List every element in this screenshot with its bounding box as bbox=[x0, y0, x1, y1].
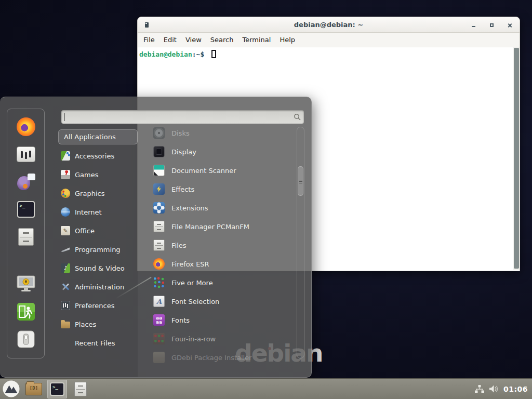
app-item-display[interactable]: Display bbox=[138, 142, 294, 161]
app-item-font-selection[interactable]: Font Selection bbox=[138, 292, 294, 311]
category-games[interactable]: Games bbox=[58, 165, 138, 184]
app-item-files[interactable]: Files bbox=[138, 236, 294, 255]
shut-down-button[interactable] bbox=[15, 329, 37, 350]
graphics-icon bbox=[61, 189, 70, 198]
category-places[interactable]: Places bbox=[58, 315, 138, 334]
menu-help[interactable]: Help bbox=[280, 36, 295, 44]
category-all-applications[interactable]: All Applications bbox=[58, 129, 138, 144]
app-label: Files bbox=[171, 242, 187, 249]
internet-icon bbox=[61, 207, 70, 217]
category-label: Graphics bbox=[75, 190, 104, 197]
file-manager-icon bbox=[18, 228, 34, 246]
app-label: Firefox ESR bbox=[171, 260, 209, 268]
app-item-four-in-a-row[interactable]: Four-in-a-row bbox=[138, 329, 294, 348]
log-out-button[interactable] bbox=[15, 301, 37, 322]
minimize-icon[interactable] bbox=[471, 23, 476, 28]
menu-edit[interactable]: Edit bbox=[164, 36, 177, 44]
search-icon bbox=[294, 113, 301, 121]
accessories-icon bbox=[61, 151, 70, 161]
app-label: Four-in-a-row bbox=[171, 335, 216, 343]
category-sound-video[interactable]: Sound & Video bbox=[58, 259, 138, 277]
lock-screen-button[interactable] bbox=[15, 274, 37, 295]
terminal-titlebar[interactable]: debian@debian: ~ bbox=[138, 17, 520, 33]
taskbar-terminal-button[interactable] bbox=[47, 380, 67, 398]
menu-terminal[interactable]: Terminal bbox=[242, 36, 271, 44]
menu-scrollbar-thumb[interactable] bbox=[298, 166, 303, 196]
category-label: All Applications bbox=[64, 133, 116, 141]
menu-search[interactable]: Search bbox=[210, 36, 234, 44]
category-label: Places bbox=[75, 321, 96, 328]
firefox-icon bbox=[17, 117, 35, 136]
menu-file[interactable]: File bbox=[143, 36, 155, 44]
category-accessories[interactable]: Accessories bbox=[58, 147, 138, 165]
category-preferences[interactable]: Preferences bbox=[58, 296, 138, 315]
gdebi-icon bbox=[153, 352, 165, 363]
favorite-firefox-button[interactable] bbox=[15, 116, 37, 137]
app-item-extensions[interactable]: Extensions bbox=[138, 198, 294, 217]
favorite-pidgin-button[interactable] bbox=[15, 171, 37, 192]
terminal-scrollbar-thumb[interactable] bbox=[514, 48, 519, 269]
app-item-disks[interactable]: Disks bbox=[138, 124, 294, 142]
close-icon[interactable] bbox=[508, 23, 512, 28]
disks-icon bbox=[153, 127, 165, 139]
category-recent-files[interactable]: Recent Files bbox=[58, 334, 138, 352]
preferences-icon bbox=[61, 301, 70, 310]
taskbar-file-manager-button[interactable] bbox=[71, 380, 90, 398]
application-list: Disks Display Document Scanner Effects E… bbox=[138, 124, 294, 366]
favorite-preferences-button[interactable] bbox=[15, 144, 37, 165]
display-icon bbox=[153, 146, 165, 157]
category-label: Recent Files bbox=[75, 339, 115, 347]
app-item-five-or-more[interactable]: Five or More bbox=[138, 273, 294, 292]
maximize-icon[interactable] bbox=[489, 23, 494, 28]
favorite-terminal-button[interactable] bbox=[15, 199, 37, 220]
menu-view[interactable]: View bbox=[185, 36, 202, 44]
clock[interactable]: 01:06 bbox=[503, 385, 528, 393]
font-selection-icon bbox=[153, 296, 165, 307]
window-icon bbox=[145, 22, 149, 28]
app-item-file-manager-pcmanfm[interactable]: File Manager PCManFM bbox=[138, 217, 294, 236]
favorite-file-manager-button[interactable] bbox=[15, 227, 37, 247]
category-graphics[interactable]: Graphics bbox=[58, 184, 138, 203]
menu-logo-icon bbox=[2, 380, 20, 398]
places-icon bbox=[61, 322, 70, 328]
menu-button[interactable] bbox=[2, 380, 20, 398]
application-menu: All Applications Accessories Games Graph… bbox=[0, 97, 312, 378]
app-item-effects[interactable]: Effects bbox=[138, 180, 294, 198]
app-item-document-scanner[interactable]: Document Scanner bbox=[138, 161, 294, 180]
folder-emblem: [D] bbox=[26, 385, 42, 391]
games-icon bbox=[61, 170, 70, 179]
search-box[interactable] bbox=[61, 110, 304, 124]
category-label: Office bbox=[75, 227, 95, 235]
system-tray: 01:06 bbox=[475, 384, 532, 393]
programming-icon bbox=[61, 245, 70, 254]
category-office[interactable]: Office bbox=[58, 221, 138, 240]
office-icon bbox=[61, 226, 70, 235]
window-controls bbox=[471, 17, 512, 33]
administration-icon bbox=[61, 282, 70, 291]
app-item-firefox-esr[interactable]: Firefox ESR bbox=[138, 255, 294, 273]
category-internet[interactable]: Internet bbox=[58, 203, 138, 221]
extensions-icon bbox=[153, 202, 165, 214]
app-label: File Manager PCManFM bbox=[171, 223, 249, 231]
desktop: debian debian@debian: ~ File Edit View S… bbox=[0, 0, 532, 399]
menu-scrollbar[interactable] bbox=[297, 127, 304, 358]
category-label: Programming bbox=[75, 246, 121, 254]
category-label: Games bbox=[75, 171, 98, 179]
app-item-fonts[interactable]: Fonts bbox=[138, 311, 294, 329]
network-icon[interactable] bbox=[475, 385, 484, 393]
app-item-gdebi[interactable]: GDebi Package Installer bbox=[138, 348, 294, 366]
no-icon-spacer bbox=[61, 338, 70, 348]
category-administration[interactable]: Administration bbox=[58, 277, 138, 296]
lock-screen-icon bbox=[17, 275, 35, 293]
terminal-scrollbar[interactable] bbox=[513, 47, 520, 270]
search-input[interactable] bbox=[65, 112, 294, 122]
category-programming[interactable]: Programming bbox=[58, 240, 138, 259]
file-cabinet-icon bbox=[153, 240, 165, 251]
terminal-menubar: File Edit View Search Terminal Help bbox=[138, 33, 520, 47]
app-label: Fonts bbox=[171, 316, 190, 324]
app-label: GDebi Package Installer bbox=[171, 354, 252, 362]
taskbar-folder-button[interactable]: [D] bbox=[24, 380, 44, 398]
fonts-icon bbox=[153, 314, 165, 326]
volume-icon[interactable] bbox=[489, 384, 499, 393]
window-title: debian@debian: ~ bbox=[138, 21, 520, 29]
